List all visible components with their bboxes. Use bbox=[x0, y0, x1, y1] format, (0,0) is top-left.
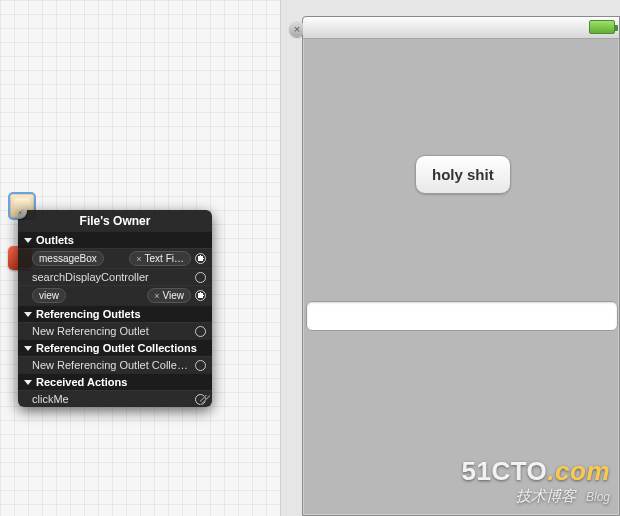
message-textfield[interactable] bbox=[306, 301, 618, 331]
section-referencing-collections[interactable]: Referencing Outlet Collections bbox=[18, 339, 212, 356]
section-referencing-outlets[interactable]: Referencing Outlets bbox=[18, 305, 212, 322]
panel-title: File's Owner bbox=[18, 210, 212, 231]
outlet-name-pill: view bbox=[32, 288, 66, 303]
section-received-actions[interactable]: Received Actions bbox=[18, 373, 212, 390]
connections-panel[interactable]: × File's Owner Outlets messageBox ×Text … bbox=[18, 210, 212, 407]
watermark-sub: 技术博客 bbox=[516, 487, 576, 504]
connection-ring-icon[interactable] bbox=[195, 272, 206, 283]
action-row-clickme[interactable]: clickMe bbox=[18, 390, 212, 407]
chevron-down-icon bbox=[24, 238, 32, 243]
outlet-name-pill: messageBox bbox=[32, 251, 104, 266]
outlet-row-messagebox[interactable]: messageBox ×Text Fi… bbox=[18, 248, 212, 268]
disconnect-icon[interactable]: × bbox=[136, 254, 141, 264]
outlet-row-searchdisplay[interactable]: searchDisplayController bbox=[18, 268, 212, 285]
referencing-collection-row[interactable]: New Referencing Outlet Colle… bbox=[18, 356, 212, 373]
holy-shit-button[interactable]: holy shit bbox=[415, 155, 511, 194]
watermark: 51CTO.com 技术博客 Blog bbox=[461, 456, 610, 506]
simulator-window: × holy shit bbox=[302, 16, 620, 516]
section-label: Referencing Outlet Collections bbox=[36, 342, 197, 354]
watermark-domain: .com bbox=[547, 456, 610, 486]
chevron-down-icon bbox=[24, 312, 32, 317]
simulator-titlebar bbox=[303, 17, 619, 39]
section-label: Referencing Outlets bbox=[36, 308, 141, 320]
section-outlets[interactable]: Outlets bbox=[18, 231, 212, 248]
watermark-brand: 51CTO bbox=[461, 456, 547, 486]
connection-ring-icon[interactable] bbox=[195, 290, 206, 301]
outlet-row-view[interactable]: view ×View bbox=[18, 285, 212, 305]
battery-icon bbox=[589, 20, 615, 34]
action-label: clickMe bbox=[32, 393, 191, 405]
disconnect-icon[interactable]: × bbox=[154, 291, 159, 301]
chevron-down-icon bbox=[24, 380, 32, 385]
outlet-label: New Referencing Outlet bbox=[32, 325, 191, 337]
chevron-down-icon bbox=[24, 346, 32, 351]
connection-pill[interactable]: ×View bbox=[147, 288, 191, 303]
section-label: Outlets bbox=[36, 234, 74, 246]
outlet-label: searchDisplayController bbox=[32, 271, 191, 283]
section-label: Received Actions bbox=[36, 376, 127, 388]
connection-ring-icon[interactable] bbox=[195, 253, 206, 264]
referencing-outlet-row[interactable]: New Referencing Outlet bbox=[18, 322, 212, 339]
connection-ring-icon[interactable] bbox=[195, 360, 206, 371]
connection-pill[interactable]: ×Text Fi… bbox=[129, 251, 191, 266]
watermark-blog: Blog bbox=[586, 490, 610, 504]
outlet-label: New Referencing Outlet Colle… bbox=[32, 359, 191, 371]
resize-handle-icon[interactable] bbox=[200, 395, 210, 405]
simulator-view: holy shit bbox=[303, 39, 619, 515]
connection-ring-icon[interactable] bbox=[195, 326, 206, 337]
